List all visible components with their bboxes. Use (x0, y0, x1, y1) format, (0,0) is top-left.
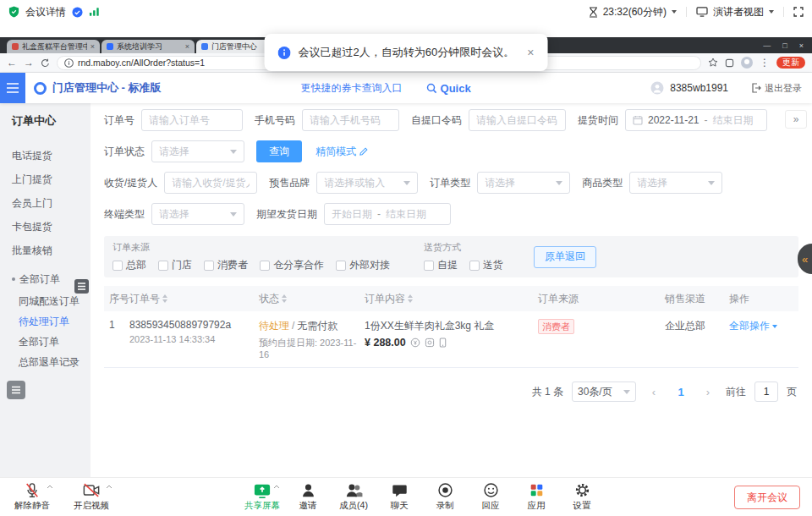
checkbox-external[interactable]: 外部对接 (336, 258, 390, 272)
page-size-select[interactable]: 30条/页 (572, 382, 636, 402)
row-action-link[interactable]: 全部操作 (729, 319, 797, 333)
fullscreen-icon[interactable] (793, 7, 804, 17)
user-avatar[interactable] (650, 81, 664, 95)
terminal-type-select[interactable]: 请选择 (151, 203, 244, 225)
browser-update-button[interactable]: 更新 (776, 57, 805, 69)
reload-icon[interactable] (41, 58, 50, 68)
sidebar-item-card-pickup[interactable]: 卡包提货 (0, 215, 91, 239)
checkbox-warehouse-coop[interactable]: 仓分享合作 (260, 258, 324, 272)
coupon-query-link[interactable]: 更快捷的券卡查询入口 (301, 81, 403, 96)
sidebar-item-hq-return-records[interactable]: 总部退单记录 (0, 352, 91, 372)
timer-dropdown-icon[interactable] (672, 10, 677, 14)
sidebar-item-member-visit[interactable]: 会员上门 (0, 191, 91, 215)
table-row[interactable]: 1 83859345088979792a 2023-11-13 14:33:34… (104, 311, 798, 368)
prev-page-button[interactable]: ‹ (645, 382, 663, 401)
leave-meeting-button[interactable]: 离开会议 (734, 486, 800, 509)
settings-button[interactable]: 设置 (563, 481, 601, 512)
col-content[interactable]: 订单内容 (365, 292, 538, 306)
members-button[interactable]: 成员(4) (335, 481, 372, 512)
tab-favicon (201, 43, 208, 50)
chevron-down-icon (403, 181, 410, 185)
sidebar-item-door-pickup[interactable]: 上门提货 (0, 167, 91, 191)
receiver-input[interactable] (164, 172, 257, 194)
checkbox-store[interactable]: 门店 (158, 258, 192, 272)
tab-label: 系统培训学习 (117, 41, 182, 52)
order-status-select[interactable]: 请选择 (151, 140, 244, 162)
sidebar-collapse-handle[interactable] (74, 279, 89, 294)
presale-brand-select[interactable]: 请选择或输入 (316, 172, 418, 194)
checkbox-self-pickup[interactable]: 自提 (424, 258, 458, 272)
menu-toggle-button[interactable] (0, 73, 25, 103)
toast-close-icon[interactable]: × (527, 46, 534, 59)
tab-close-icon[interactable]: × (185, 42, 189, 51)
browser-tab-2[interactable]: 系统培训学习 × (102, 40, 195, 53)
view-dropdown-icon[interactable] (769, 10, 774, 14)
chat-button[interactable]: 聊天 (381, 481, 418, 512)
extensions-icon[interactable] (725, 58, 734, 68)
goods-type-select[interactable]: 请选择 (629, 172, 722, 194)
meeting-details-link[interactable]: 会议详情 (25, 5, 66, 19)
current-page[interactable]: 1 (672, 382, 690, 401)
sidebar-item-pending-orders[interactable]: 待处理订单 (0, 311, 91, 332)
chevron-down-icon (623, 390, 630, 394)
minimize-button[interactable]: — (763, 41, 771, 50)
sort-icon (162, 294, 167, 303)
close-window-button[interactable]: × (799, 41, 804, 50)
cell-index: 1 (104, 319, 129, 331)
maximize-button[interactable]: □ (782, 41, 787, 50)
invite-button[interactable]: 邀请 (289, 481, 326, 512)
pickup-code-input[interactable] (469, 109, 566, 131)
original-order-return-button[interactable]: 原单退回 (534, 246, 596, 268)
floating-list-button[interactable] (7, 381, 25, 399)
goto-page-input[interactable] (754, 382, 778, 402)
mic-options-chevron-icon[interactable] (47, 485, 53, 489)
tab-close-icon[interactable]: × (91, 42, 95, 51)
reaction-button[interactable]: 回应 (472, 481, 509, 512)
checkbox-consumer[interactable]: 消费者 (204, 258, 248, 272)
pickup-note: 预约自提日期: 2023-11-16 (259, 337, 365, 360)
order-no-input[interactable] (141, 109, 243, 131)
col-order-no[interactable]: 订单号 (129, 292, 259, 306)
share-screen-button[interactable]: 共享屏幕 (244, 481, 281, 512)
unmute-button[interactable]: 解除静音 (10, 481, 54, 512)
back-icon[interactable]: ← (7, 58, 17, 68)
mic-muted-icon (25, 481, 40, 499)
meeting-timer[interactable]: 23:32(60分钟) (603, 5, 667, 19)
forward-icon[interactable]: → (24, 58, 34, 68)
sidebar-item-all-orders[interactable]: 全部订单 (0, 332, 91, 352)
phone-input[interactable] (302, 109, 399, 131)
sidebar-item-phone-pickup[interactable]: 电话提货 (0, 144, 91, 167)
browser-tab-1[interactable]: 礼盒蛋糕平台管理中心 × (7, 40, 100, 53)
search-button[interactable]: 查询 (256, 140, 302, 162)
logout-button[interactable]: 退出登录 (751, 82, 802, 95)
compact-mode-link[interactable]: 精简模式 (315, 145, 368, 159)
start-video-button[interactable]: 开启视频 (69, 481, 113, 512)
view-mode-selector[interactable]: 演讲者视图 (713, 5, 764, 19)
checkbox-delivery[interactable]: 送货 (469, 258, 503, 272)
collapse-filters-button[interactable]: » (785, 110, 807, 129)
order-type-select[interactable]: 请选择 (477, 172, 570, 194)
pickup-date-range[interactable]: 2022-11-21 - 结束日期 (625, 109, 767, 131)
sidebar-item-city-delivery-orders[interactable]: 同城配送订单 (0, 291, 91, 311)
camera-off-icon (83, 481, 100, 499)
col-status[interactable]: 状态 (259, 292, 365, 306)
quick-search[interactable]: Quick (426, 82, 471, 95)
main-content: » 订单号 手机号码 自提口令码 提货时间 2022-11-21 - (91, 103, 812, 477)
mobile-icon (439, 338, 447, 348)
username[interactable]: 8385wb1991 (670, 82, 728, 94)
sidebar-item-batch-verify[interactable]: 批量核销 (0, 239, 91, 262)
cell-channel: 企业总部 (665, 319, 729, 333)
browser-profile-avatar[interactable] (741, 57, 753, 69)
chat-icon (392, 481, 408, 499)
record-button[interactable]: 录制 (426, 481, 464, 512)
next-page-button[interactable]: › (699, 382, 717, 401)
video-options-chevron-icon[interactable] (106, 485, 112, 489)
favorite-star-icon[interactable] (708, 58, 718, 68)
expect-date-range[interactable]: 开始日期 - 结束日期 (324, 203, 451, 225)
share-options-chevron-icon[interactable] (273, 485, 280, 489)
site-info-icon[interactable] (64, 58, 74, 68)
checkbox-hq[interactable]: 总部 (112, 258, 146, 272)
browser-menu-icon[interactable]: ⋮ (760, 58, 770, 68)
cell-source: 消费者 (538, 319, 665, 334)
apps-button[interactable]: 应用 (518, 481, 555, 512)
